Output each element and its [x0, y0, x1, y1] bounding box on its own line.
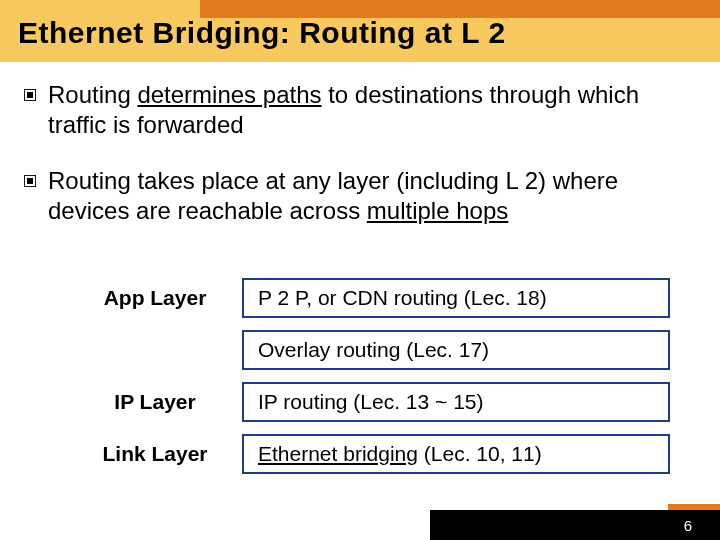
title-bar: Ethernet Bridging: Routing at L 2: [0, 0, 720, 70]
table-row: Link Layer Ethernet bridging (Lec. 10, 1…: [90, 434, 670, 474]
layer-label: App Layer: [90, 286, 220, 310]
slide-title: Ethernet Bridging: Routing at L 2: [18, 16, 506, 50]
bullet-item: Routing takes place at any layer (includ…: [24, 166, 696, 226]
bullet-square-icon: [24, 89, 36, 101]
footer-accent: [668, 504, 720, 510]
bullet-square-icon: [24, 175, 36, 187]
bullet-text: Routing determines paths to destinations…: [48, 80, 696, 140]
bullet-text: Routing takes place at any layer (includ…: [48, 166, 696, 226]
page-number: 6: [684, 517, 692, 534]
table-row: IP Layer IP routing (Lec. 13 ~ 15): [90, 382, 670, 422]
layer-desc: P 2 P, or CDN routing (Lec. 18): [242, 278, 670, 318]
table-row: Overlay routing (Lec. 17): [90, 330, 670, 370]
footer-bar: 6: [430, 510, 720, 540]
svg-rect-1: [27, 92, 33, 98]
layer-label: IP Layer: [90, 390, 220, 414]
svg-rect-3: [27, 178, 33, 184]
layer-table: App Layer P 2 P, or CDN routing (Lec. 18…: [0, 278, 720, 486]
layer-desc: Overlay routing (Lec. 17): [242, 330, 670, 370]
layer-desc: Ethernet bridging (Lec. 10, 11): [242, 434, 670, 474]
bullet-item: Routing determines paths to destinations…: [24, 80, 696, 140]
table-row: App Layer P 2 P, or CDN routing (Lec. 18…: [90, 278, 670, 318]
layer-label: Link Layer: [90, 442, 220, 466]
content-area: Routing determines paths to destinations…: [0, 80, 720, 252]
layer-desc: IP routing (Lec. 13 ~ 15): [242, 382, 670, 422]
